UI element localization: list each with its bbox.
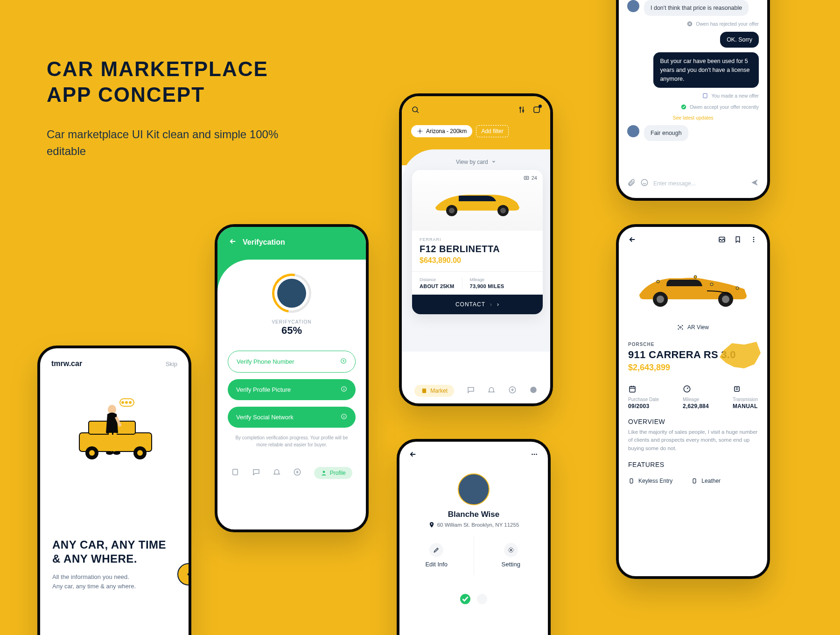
svg-point-39 [530,387,537,393]
more-icon[interactable] [749,235,758,246]
emoji-icon[interactable] [640,178,649,189]
svg-point-42 [681,105,686,110]
verify-phone-button[interactable]: Verify Phone Number [228,351,356,373]
tab-profile[interactable]: Profile [314,467,352,479]
svg-point-22 [343,415,344,415]
mileage-value: 73,900 MILES [470,283,504,289]
verify-social-button[interactable]: Verify Social Network [228,407,356,428]
setting-button[interactable]: Setting [474,536,548,575]
chat-message-outgoing: But your car have been used for 5 years … [653,52,759,88]
tab-chat-icon[interactable] [467,386,475,396]
info-icon [341,413,347,421]
tab-bell-icon[interactable] [487,386,496,396]
location-chip[interactable]: Arizona - 200km [411,125,472,137]
avatar [627,125,639,137]
chat-message-incoming: Fair enough [644,125,688,141]
system-message: Owen has rejected your offer [686,21,759,27]
svg-point-51 [722,296,729,303]
overview-heading: OVERVIEW [619,409,767,428]
tab-add-icon[interactable] [508,386,517,396]
svg-point-10 [113,451,120,455]
notification-icon[interactable] [532,106,541,116]
system-message: You made a new offer [702,92,759,99]
attachment-icon[interactable] [627,178,636,189]
spec-value: MANUAL [733,403,758,409]
svg-point-56 [679,326,681,328]
back-icon[interactable] [409,450,417,460]
onboarding-illustration [40,379,189,468]
edit-info-button[interactable]: Edit Info [399,536,474,575]
verification-title: Verifycation [243,238,285,247]
svg-point-19 [343,387,344,388]
svg-point-13 [125,401,128,404]
screen-market: Arizona - 200km Add filter View by card … [399,93,553,406]
hero-copy: CAR MARKETPLACE APP CONCEPT Car marketpl… [47,56,289,160]
mileage-label: Mileage [470,277,504,282]
back-icon[interactable] [628,235,637,246]
verification-label: VERIFYCATION [217,319,366,325]
feature-item: Keyless Entry [628,478,672,484]
send-icon[interactable] [750,178,759,189]
svg-point-30 [419,130,421,132]
gallery-icon[interactable] [718,235,726,246]
svg-rect-21 [343,416,344,418]
question-icon [340,358,347,366]
svg-point-55 [710,283,713,286]
svg-point-66 [510,549,512,551]
svg-point-36 [500,208,506,213]
chat-message-incoming: I don't think that price is reasonable [644,0,749,16]
svg-rect-60 [630,479,633,483]
add-filter-button[interactable]: Add filter [476,125,508,137]
svg-point-3 [89,450,95,456]
verify-picture-button[interactable]: Verify Profile Picture [228,379,356,400]
status-dot [477,594,487,604]
avatar [277,279,306,308]
gear-icon [508,547,514,553]
back-icon[interactable] [229,237,237,247]
svg-point-52 [657,280,659,283]
overview-text: Like the majority of sales people, I vis… [619,428,767,452]
brand-logo: tmrw.car [51,360,82,368]
hero-title: CAR MARKETPLACE APP CONCEPT [47,56,289,107]
bookmark-icon[interactable] [734,235,742,246]
screen-chat: I don't think that price is reasonable O… [616,0,770,201]
pencil-icon [433,547,440,553]
hero-subtitle: Car marketplace UI Kit clean and simple … [47,126,289,160]
svg-point-54 [736,287,739,289]
system-message: Owen accept your offer recently [680,104,759,110]
screen-verification: Verifycation VERIFYCATION 65% Verify Pho… [215,224,369,532]
car-card[interactable]: 24 FERRARI F12 BERLINETTA $643,890.00 Di… [412,170,543,314]
view-by-toggle[interactable]: View by card [402,159,550,170]
skip-button[interactable]: Skip [166,360,177,367]
message-input[interactable]: Enter message... [653,180,746,187]
ar-view-button[interactable]: AR View [619,320,767,338]
svg-point-62 [532,454,533,455]
see-updates-link[interactable]: See latest updates [673,115,714,120]
distance-label: Distance [420,277,455,282]
svg-point-28 [523,110,524,112]
chat-message-outgoing: OK. Sorry [720,32,759,48]
svg-rect-61 [693,479,696,483]
svg-point-65 [431,523,432,525]
svg-point-32 [525,177,527,179]
tab-bell-icon[interactable] [273,468,281,478]
verification-percent: 65% [217,325,366,337]
car-image [619,250,767,320]
screen-detail: AR View PORSCHE 911 CARRERA RS 3.0 $2,64… [616,224,770,579]
contact-button[interactable]: CONTACT ›› [412,295,543,314]
tab-add-icon[interactable] [293,468,301,478]
screen-profile: Blanche Wise 60 William St. Brooklyn, NY… [397,439,551,635]
tab-profile-icon[interactable] [529,386,538,396]
filter-icon[interactable] [518,106,526,116]
gauge-icon [683,385,691,393]
tab-home-icon[interactable] [231,468,239,478]
more-icon[interactable] [530,450,539,460]
info-icon [341,386,347,394]
svg-point-46 [753,239,755,240]
spec-label: Purchase Date [628,397,659,402]
svg-rect-41 [703,94,707,98]
search-icon[interactable] [411,106,420,116]
tab-market[interactable]: Market [414,385,454,397]
tab-chat-icon[interactable] [252,468,260,478]
car-image [426,182,529,219]
